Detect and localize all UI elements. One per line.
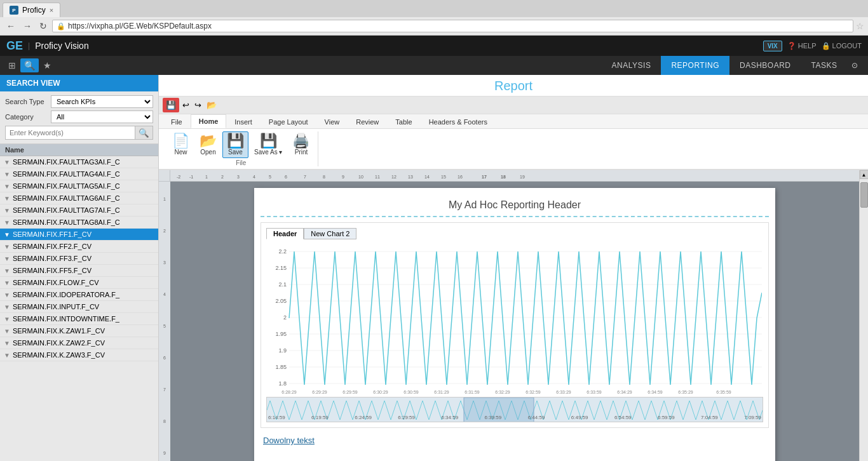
- ribbon-group-buttons: 📄New📂Open💾Save💾Save As ▾🖨️Print: [168, 131, 314, 158]
- list-item[interactable]: ▼SERMAIN.FIX.FAULTTAG3AI.F_C: [0, 156, 158, 168]
- svg-text:6:30:59: 6:30:59: [403, 390, 418, 394]
- svg-text:4: 4: [163, 292, 166, 297]
- chart-tab-new-chart[interactable]: New Chart 2: [304, 228, 356, 239]
- svg-text:6:31:59: 6:31:59: [465, 390, 479, 394]
- forward-button[interactable]: →: [20, 20, 34, 32]
- nav-dashboard[interactable]: DASHBOARD: [729, 56, 801, 75]
- url-text: https://vixpha.pl/GE.Web/KSPDefault.aspx: [68, 22, 212, 30]
- svg-text:6:32:29: 6:32:29: [495, 390, 510, 394]
- list-item[interactable]: ▼SERMAIN.FIX.INPUT.F_CV: [0, 301, 158, 313]
- category-select[interactable]: All: [51, 110, 153, 123]
- ribbon: 💾 ↩ ↪ 📂 FileHomeInsertPage LayoutViewRev…: [159, 97, 868, 170]
- svg-text:16: 16: [458, 175, 463, 179]
- ribbon-button-new[interactable]: 📄New: [168, 131, 194, 158]
- ribbon-tab-home[interactable]: Home: [191, 114, 227, 128]
- keyword-search-button[interactable]: 🔍: [135, 126, 153, 140]
- dropdown-arrow-icon: ▼: [4, 352, 10, 359]
- list-item[interactable]: ▼SERMAIN.FIX.FF3.F_CV: [0, 253, 158, 265]
- top-ruler: // ruler marks drawn in CSS/SVG below -2…: [170, 170, 859, 182]
- nav-search-button[interactable]: 🔍: [20, 58, 39, 72]
- svg-rect-33: [266, 242, 762, 394]
- list-item[interactable]: ▼SERMAIN.FIX.FF1.F_CV: [0, 229, 158, 241]
- address-bar[interactable]: 🔒 https://vixpha.pl/GE.Web/KSPDefault.as…: [52, 20, 853, 32]
- scroll-thumb[interactable]: [860, 182, 868, 208]
- list-item[interactable]: ▼SERMAIN.FIX.FAULTTAG5AI.F_C: [0, 180, 158, 192]
- dropdown-arrow-icon: ▼: [4, 183, 10, 190]
- ribbon-button-open[interactable]: 📂Open: [195, 131, 221, 158]
- svg-text:5: 5: [163, 324, 166, 328]
- ribbon-group-label: File: [236, 159, 246, 166]
- svg-text:5: 5: [269, 175, 271, 179]
- list-item[interactable]: ▼SERMAIN.FIX.FAULTTAG6AI.F_C: [0, 192, 158, 204]
- svg-text:1.95: 1.95: [275, 331, 287, 337]
- app-name: Proficy Vision: [35, 41, 89, 51]
- list-item[interactable]: ▼SERMAIN.FIX.FF5.F_CV: [0, 265, 158, 277]
- category-field: Category All: [5, 110, 153, 123]
- nav-tool-button-1[interactable]: ⊞: [6, 58, 18, 72]
- list-item[interactable]: ▼SERMAIN.FIX.FAULTTAG8AI.F_C: [0, 217, 158, 229]
- ribbon-button-print[interactable]: 🖨️Print: [288, 131, 314, 158]
- ribbon-tab-file[interactable]: File: [163, 115, 191, 128]
- scroll-track[interactable]: [860, 179, 869, 461]
- svg-text:12: 12: [391, 175, 397, 179]
- list-item[interactable]: ▼SERMAIN.FIX.FAULTTAG7AI.F_C: [0, 204, 158, 217]
- keyword-search-input[interactable]: [5, 126, 135, 140]
- svg-text:6:33:59: 6:33:59: [587, 390, 601, 394]
- list-item[interactable]: ▼SERMAIN.FIX.K.ZAW1.F_CV: [0, 325, 158, 337]
- vertical-scrollbar[interactable]: ▲ ≡ ▼: [859, 170, 868, 461]
- ribbon-tab-review[interactable]: Review: [348, 115, 387, 128]
- nav-bookmark-button[interactable]: ★: [41, 58, 53, 72]
- main-layout: SEARCH VIEW Search Type Search KPIs Cate…: [0, 75, 868, 461]
- bookmark-button[interactable]: ☆: [856, 21, 864, 31]
- help-icon: ❓: [787, 42, 796, 50]
- scroll-up-button[interactable]: ▲: [860, 170, 869, 179]
- quick-open-button[interactable]: 📂: [205, 99, 219, 111]
- svg-text:1.85: 1.85: [275, 364, 287, 370]
- svg-text:3: 3: [237, 175, 240, 179]
- nav-analysis[interactable]: ANALYSIS: [602, 56, 661, 75]
- ribbon-group-file: 📄New📂Open💾Save💾Save As ▾🖨️Print File: [164, 131, 318, 166]
- ribbon-tab-view[interactable]: View: [316, 115, 348, 128]
- dropdown-arrow-icon: ▼: [4, 219, 10, 226]
- quick-undo-button[interactable]: ↩: [180, 99, 191, 111]
- document-page-area[interactable]: My Ad Hoc Reporting Header Header New Ch…: [170, 182, 859, 461]
- nav-reporting[interactable]: REPORTING: [661, 56, 729, 75]
- quick-save-button[interactable]: 💾: [163, 98, 179, 112]
- ribbon-tab-table[interactable]: Table: [387, 115, 420, 128]
- tab-close-button[interactable]: ×: [50, 6, 53, 14]
- svg-text:6:33:29: 6:33:29: [556, 390, 571, 394]
- reload-button[interactable]: ↻: [37, 20, 50, 32]
- list-item[interactable]: ▼SERMAIN.FIX.FLOW.F_CV: [0, 277, 158, 289]
- lock-icon: 🔒: [822, 42, 831, 50]
- browser-tab[interactable]: P Proficy ×: [3, 3, 60, 17]
- search-type-select[interactable]: Search KPIs: [51, 95, 153, 108]
- list-item[interactable]: ▼SERMAIN.FIX.INTDOWNTIME.F_: [0, 313, 158, 325]
- help-button[interactable]: ❓ HELP: [787, 42, 817, 50]
- timeline-label: 6:24:59: [355, 415, 372, 420]
- list-item[interactable]: ▼SERMAIN.FIX.K.ZAW2.F_CV: [0, 337, 158, 349]
- vix-badge: VIX: [763, 41, 782, 51]
- svg-text:2: 2: [283, 314, 287, 321]
- ribbon-button-save[interactable]: 💾Save: [222, 131, 248, 158]
- timeline-label: 6:14:59: [268, 415, 285, 420]
- svg-text:6:35:29: 6:35:29: [678, 390, 693, 394]
- svg-text:1: 1: [163, 197, 166, 201]
- timeline-minimap[interactable]: 6:14:59 6:19:59 6:24:59 6:29:59 6:34:59 …: [266, 397, 763, 422]
- logout-button[interactable]: 🔒 LOGOUT: [822, 42, 862, 50]
- ribbon-tab-page-layout[interactable]: Page Layout: [261, 115, 316, 128]
- footer-link[interactable]: Dowolny tekst: [263, 436, 315, 445]
- svg-text:6:32:59: 6:32:59: [526, 390, 540, 394]
- list-item[interactable]: ▼SERMAIN.FIX.K.ZAW3.F_CV: [0, 349, 158, 361]
- list-item[interactable]: ▼SERMAIN.FIX.IDOPERATORA.F_: [0, 289, 158, 301]
- ribbon-tab-insert[interactable]: Insert: [226, 115, 261, 128]
- quick-redo-button[interactable]: ↪: [193, 99, 203, 111]
- svg-text:6:29:29: 6:29:29: [312, 390, 327, 394]
- list-item[interactable]: ▼SERMAIN.FIX.FF2.F_CV: [0, 241, 158, 253]
- ribbon-tab-headers-&-footers[interactable]: Headers & Footers: [421, 115, 496, 128]
- list-item[interactable]: ▼SERMAIN.FIX.FAULTTAG4AI.F_C: [0, 168, 158, 180]
- ribbon-button-save-as[interactable]: 💾Save As ▾: [250, 131, 287, 158]
- chart-tab-header[interactable]: Header: [266, 228, 304, 239]
- back-button[interactable]: ←: [4, 20, 18, 32]
- nav-tasks[interactable]: TASKS: [801, 56, 848, 75]
- svg-text:15: 15: [441, 175, 446, 179]
